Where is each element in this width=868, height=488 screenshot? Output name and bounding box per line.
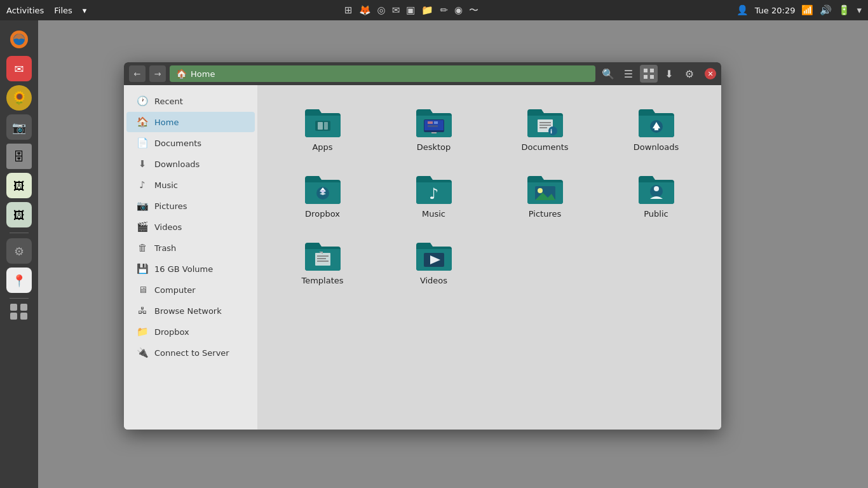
topbar-right: 👤 Tue 20:29 📶 🔊 🔋 ▾ (736, 4, 862, 16)
folder-downloads[interactable]: Downloads (604, 98, 709, 158)
forward-button[interactable]: → (149, 65, 166, 82)
close-button[interactable]: ✕ (705, 68, 716, 79)
sidebar-label-trash: Trash (154, 243, 176, 253)
sidebar-item-network[interactable]: 🖧 Browse Network (126, 301, 255, 321)
svg-rect-14 (431, 132, 437, 133)
ring-icon[interactable]: ◎ (377, 4, 386, 16)
svg-rect-16 (539, 122, 551, 123)
folder-videos[interactable]: Videos (381, 231, 486, 292)
music-icon: ♪ (137, 179, 148, 191)
sidebar-label-home: Home (154, 118, 179, 127)
sidebar-item-trash[interactable]: 🗑 Trash (126, 238, 255, 258)
dock-item-firefox[interactable] (6, 27, 32, 52)
volume-drive-icon: 💾 (137, 263, 148, 274)
activities-button[interactable]: Activities (6, 6, 44, 15)
sidebar-item-videos[interactable]: 🎬 Videos (126, 217, 255, 237)
folder-apps[interactable]: Apps (270, 98, 375, 158)
folder-pictures[interactable]: Pictures (492, 165, 597, 225)
main-content: 🕐 Recent 🏠 Home 📄 Documents ⬇ Downloads … (124, 85, 721, 430)
sidebar-item-documents[interactable]: 📄 Documents (126, 133, 255, 153)
svg-rect-12 (434, 121, 438, 124)
wave-icon[interactable]: 〜 (469, 4, 478, 17)
folder-templates[interactable]: Templates (270, 231, 375, 292)
settings-button[interactable]: ⚙ (681, 65, 698, 83)
dock-grid-cell-3 (10, 313, 17, 320)
dock-grid-cell-4 (20, 313, 27, 320)
public-folder-icon (636, 171, 677, 205)
templates-folder-icon (302, 238, 343, 272)
dock-grid-view[interactable] (10, 304, 28, 320)
dock-item-camera[interactable]: 📷 (6, 114, 32, 140)
power-arrow[interactable]: ▾ (857, 4, 862, 16)
sidebar-item-recent[interactable]: 🕐 Recent (126, 91, 255, 111)
grid-view-button[interactable] (640, 65, 658, 83)
dropbox-folder-icon (302, 171, 343, 205)
folder-documents[interactable]: i Documents (492, 98, 597, 158)
sort-button[interactable]: ⬇ (660, 65, 678, 83)
files-menu[interactable]: Files (54, 6, 72, 15)
sidebar-item-computer[interactable]: 🖥 Computer (126, 280, 255, 300)
sidebar-label-music: Music (154, 180, 178, 190)
svg-rect-23 (654, 128, 658, 130)
dock-item-settings[interactable]: ⚙ (6, 238, 32, 264)
firefox-icon[interactable]: 🦊 (359, 4, 371, 16)
home-location-icon: 🏠 (176, 69, 187, 79)
recent-icon: 🕐 (137, 95, 148, 107)
search-button[interactable]: 🔍 (599, 65, 617, 83)
sidebar-item-16gb[interactable]: 💾 16 GB Volume (126, 259, 255, 279)
dock-separator (10, 233, 29, 233)
volume-icon[interactable]: 🔊 (820, 4, 832, 16)
documents-folder-icon: i (525, 104, 566, 139)
sidebar-item-connect[interactable]: 🔌 Connect to Server (126, 342, 255, 363)
folder-dropbox[interactable]: Dropbox (270, 165, 375, 225)
record-icon[interactable]: ◉ (454, 4, 463, 16)
downloads-icon: ⬇ (137, 158, 148, 170)
monitor-icon[interactable]: ▣ (406, 4, 415, 16)
titlebar: ← → 🏠 Home 🔍 ☰ ⬇ ⚙ ✕ (124, 62, 721, 85)
battery-icon[interactable]: 🔋 (838, 4, 850, 16)
location-bar[interactable]: 🏠 Home (170, 65, 595, 82)
dock-item-image-viewer[interactable]: 🖼 (6, 202, 32, 227)
sidebar-label-videos: Videos (154, 222, 182, 232)
sidebar-item-pictures[interactable]: 📷 Pictures (126, 196, 255, 216)
topbar-left: Activities Files ▾ (6, 6, 86, 15)
sidebar-label-pictures: Pictures (154, 201, 187, 211)
files-menu-arrow[interactable]: ▾ (83, 6, 87, 15)
dock-item-maps[interactable]: 📍 (6, 268, 32, 293)
public-label: Public (644, 209, 668, 219)
computer-icon: 🖥 (137, 284, 148, 295)
dock-item-sunflower[interactable]: 🌻 (6, 85, 32, 111)
sidebar-label-computer: Computer (154, 285, 196, 295)
clock: Tue 20:29 (755, 6, 796, 15)
dropbox-icon: 📁 (137, 326, 148, 337)
sidebar-item-music[interactable]: ♪ Music (126, 175, 255, 195)
sidebar-label-downloads: Downloads (154, 159, 200, 169)
svg-rect-11 (428, 121, 433, 124)
user-icon[interactable]: 👤 (736, 4, 749, 16)
mail-icon[interactable]: ✉ (392, 4, 400, 16)
pictures-icon: 📷 (137, 200, 148, 212)
sidebar-label-16gb: 16 GB Volume (154, 264, 213, 274)
dock-item-mail[interactable]: ✉ (6, 56, 32, 81)
folder-music[interactable]: ♪ Music (381, 165, 486, 225)
documents-label: Documents (521, 142, 568, 152)
list-view-button[interactable]: ☰ (620, 65, 637, 83)
dock-item-photos[interactable]: 🖼 (6, 173, 32, 198)
sidebar-item-downloads[interactable]: ⬇ Downloads (126, 154, 255, 174)
svg-rect-38 (317, 261, 329, 262)
back-button[interactable]: ← (129, 65, 146, 82)
wifi-icon[interactable]: 📶 (801, 4, 813, 16)
windows-icon[interactable]: ⊞ (344, 4, 353, 16)
folder-desktop[interactable]: Desktop (381, 98, 486, 158)
dock-item-archive[interactable]: 🗄 (6, 144, 32, 169)
pictures-folder-icon (525, 171, 566, 205)
sidebar-label-dropbox: Dropbox (154, 327, 189, 337)
svg-rect-4 (644, 75, 648, 79)
sidebar-item-dropbox[interactable]: 📁 Dropbox (126, 322, 255, 342)
edit-icon[interactable]: ✏ (440, 4, 448, 16)
folder-icon-top[interactable]: 📁 (421, 4, 433, 16)
svg-point-33 (654, 186, 659, 191)
folder-public[interactable]: Public (604, 165, 709, 225)
sidebar-item-home[interactable]: 🏠 Home (126, 112, 255, 132)
desktop-label: Desktop (417, 142, 451, 152)
